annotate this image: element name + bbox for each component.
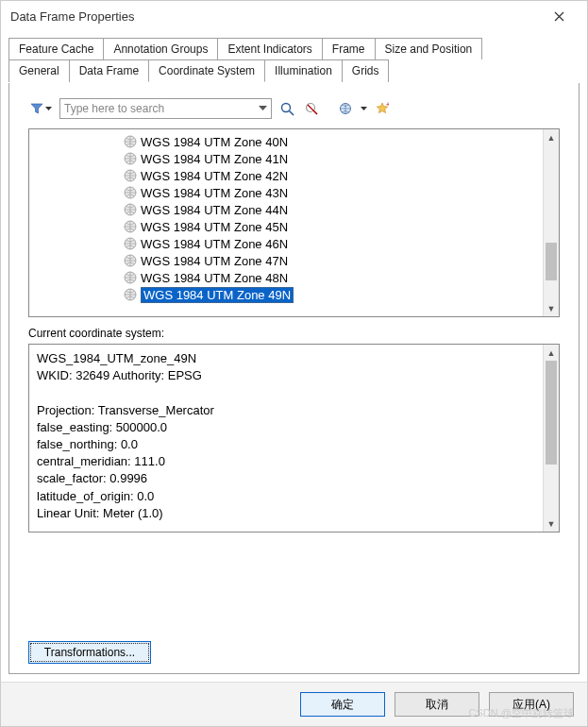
tab-panel: + WGS 1984 UTM Zone 40NWGS 1984 UTM Zone…	[8, 83, 580, 674]
globe-icon	[124, 271, 137, 284]
globe-add-icon	[339, 102, 353, 116]
scroll-thumb[interactable]	[546, 361, 557, 465]
tree-item[interactable]: WGS 1984 UTM Zone 45N	[29, 218, 543, 235]
star-icon: +	[376, 102, 389, 115]
search-clear-icon	[305, 102, 319, 116]
chevron-down-icon	[361, 107, 367, 111]
tree-item-label: WGS 1984 UTM Zone 43N	[141, 186, 288, 200]
current-cs-text: WGS_1984_UTM_zone_49N WKID: 32649 Author…	[29, 345, 543, 532]
tree-item[interactable]: WGS 1984 UTM Zone 42N	[29, 167, 543, 184]
close-button[interactable]	[538, 2, 580, 30]
globe-icon	[124, 203, 137, 216]
close-icon	[554, 11, 564, 22]
tab-grids[interactable]: Grids	[342, 59, 390, 82]
svg-line-1	[289, 110, 294, 115]
tab-strip: Feature CacheAnnotation GroupsExtent Ind…	[8, 37, 580, 83]
scroll-thumb[interactable]	[546, 243, 557, 280]
tree-item[interactable]: WGS 1984 UTM Zone 43N	[29, 184, 543, 201]
scrollbar[interactable]: ▲ ▼	[543, 129, 559, 316]
funnel-icon	[30, 102, 43, 115]
tab-extent-indicators[interactable]: Extent Indicators	[217, 38, 322, 59]
chevron-down-icon	[45, 107, 52, 111]
tree-item-label: WGS 1984 UTM Zone 41N	[141, 152, 288, 166]
filter-dropdown[interactable]	[28, 100, 54, 117]
svg-line-4	[308, 105, 317, 114]
tab-feature-cache[interactable]: Feature Cache	[8, 38, 104, 59]
tree-item-label: WGS 1984 UTM Zone 49N	[141, 287, 294, 303]
search-input[interactable]	[64, 102, 259, 115]
tab-annotation-groups[interactable]: Annotation Groups	[103, 38, 218, 59]
search-icon	[280, 102, 294, 116]
cancel-button[interactable]: 取消	[395, 692, 479, 717]
titlebar: Data Frame Properties	[1, 1, 587, 31]
scroll-up-icon[interactable]: ▲	[544, 345, 559, 361]
scroll-down-icon[interactable]: ▼	[544, 516, 559, 532]
coord-system-tree[interactable]: WGS 1984 UTM Zone 40NWGS 1984 UTM Zone 4…	[28, 128, 560, 317]
tab-data-frame[interactable]: Data Frame	[69, 59, 149, 82]
globe-icon	[124, 237, 137, 250]
scrollbar[interactable]: ▲ ▼	[543, 345, 559, 532]
scroll-up-icon[interactable]: ▲	[544, 129, 559, 145]
globe-icon	[124, 220, 137, 233]
tree-item-label: WGS 1984 UTM Zone 44N	[141, 203, 288, 217]
dialog-footer: 确定 取消 应用(A) CSDN @空中旋转篮球	[1, 682, 587, 726]
chevron-down-icon	[259, 106, 267, 111]
transformations-button[interactable]: Transformations...	[28, 641, 151, 664]
tree-item[interactable]: WGS 1984 UTM Zone 49N	[29, 286, 543, 303]
current-cs-details: WGS_1984_UTM_zone_49N WKID: 32649 Author…	[28, 344, 560, 533]
tab-coordinate-system[interactable]: Coordinate System	[148, 59, 265, 82]
current-cs-label: Current coordinate system:	[28, 327, 560, 340]
tab-frame[interactable]: Frame	[322, 38, 376, 59]
search-button[interactable]	[277, 99, 296, 118]
tree-item-label: WGS 1984 UTM Zone 40N	[141, 135, 288, 149]
clear-search-button[interactable]	[302, 99, 321, 118]
tree-item[interactable]: WGS 1984 UTM Zone 46N	[29, 235, 543, 252]
scroll-down-icon[interactable]: ▼	[544, 300, 559, 316]
tree-item-label: WGS 1984 UTM Zone 47N	[141, 254, 288, 268]
favorite-button[interactable]: +	[373, 99, 392, 118]
tree-item[interactable]: WGS 1984 UTM Zone 48N	[29, 269, 543, 286]
tree-item[interactable]: WGS 1984 UTM Zone 40N	[29, 133, 543, 150]
search-input-wrap[interactable]	[59, 98, 272, 119]
globe-icon	[124, 288, 137, 301]
add-cs-dropdown[interactable]	[336, 99, 355, 118]
tree-item-label: WGS 1984 UTM Zone 42N	[141, 169, 288, 183]
globe-icon	[124, 135, 137, 148]
svg-text:+: +	[386, 102, 389, 108]
svg-point-0	[281, 103, 290, 111]
globe-icon	[124, 169, 137, 182]
tree-item-label: WGS 1984 UTM Zone 45N	[141, 220, 288, 234]
tree-item-label: WGS 1984 UTM Zone 48N	[141, 271, 288, 285]
tab-size-and-position[interactable]: Size and Position	[375, 38, 483, 59]
window-title: Data Frame Properties	[10, 9, 538, 24]
tree-item[interactable]: WGS 1984 UTM Zone 41N	[29, 150, 543, 167]
tab-general[interactable]: General	[8, 59, 70, 82]
ok-button[interactable]: 确定	[300, 692, 385, 717]
apply-button[interactable]: 应用(A)	[489, 692, 574, 717]
tree-item[interactable]: WGS 1984 UTM Zone 47N	[29, 252, 543, 269]
globe-icon	[124, 186, 137, 199]
toolbar: +	[28, 98, 560, 119]
tab-illumination[interactable]: Illumination	[264, 59, 343, 82]
globe-icon	[124, 254, 137, 267]
tree-item[interactable]: WGS 1984 UTM Zone 44N	[29, 201, 543, 218]
globe-icon	[124, 152, 137, 165]
tree-item-label: WGS 1984 UTM Zone 46N	[141, 237, 288, 251]
